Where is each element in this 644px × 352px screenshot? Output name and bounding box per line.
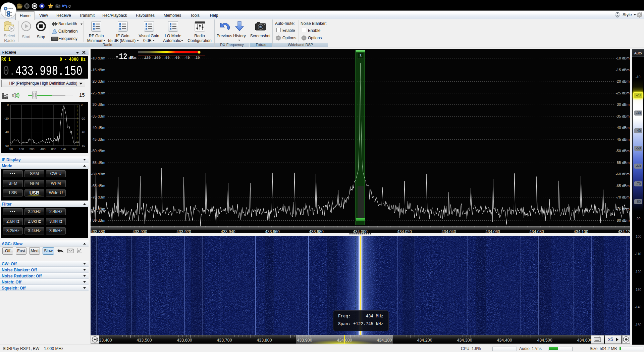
svg-text:50: 50 [9,147,13,151]
svg-text:-40: -40 [81,130,85,134]
svg-text:0: 0 [7,103,9,106]
svg-text:-60: -60 [81,144,85,147]
svg-text:-40: -40 [4,130,9,134]
svg-text:0: 0 [81,103,83,106]
svg-text:-20: -20 [4,117,9,120]
svg-text:400: 400 [40,147,45,151]
svg-text:200: 200 [29,147,34,151]
svg-text:1k6: 1k6 [61,147,66,151]
svg-text:-60: -60 [4,144,9,147]
svg-text:800: 800 [51,147,56,151]
svg-text:Style: Style [623,12,632,17]
svg-text:100: 100 [19,147,24,151]
svg-text:-20: -20 [81,117,85,120]
svg-text:3k2: 3k2 [72,147,77,151]
